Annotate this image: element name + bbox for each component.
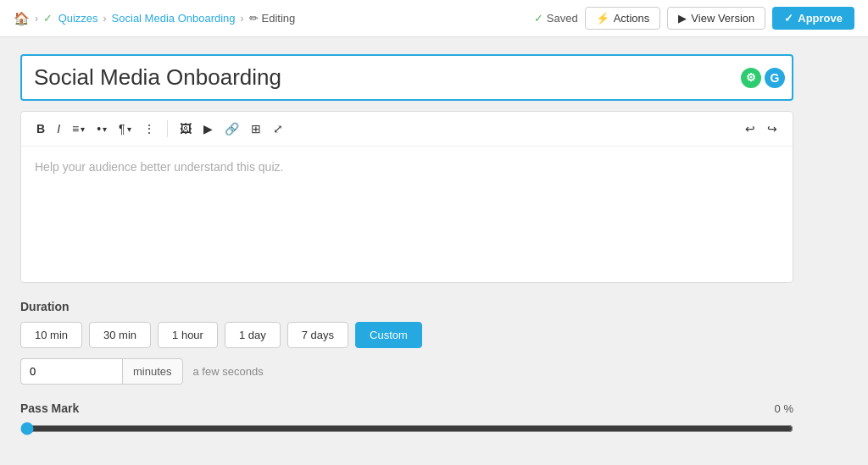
duration-hint: a few seconds <box>193 365 264 378</box>
link-button[interactable]: 🔗 <box>220 119 244 139</box>
breadcrumb-quizzes[interactable]: ✓ Quizzes <box>43 12 98 25</box>
redo-button[interactable]: ↪ <box>762 119 782 139</box>
undo-button[interactable]: ↩ <box>740 119 760 139</box>
ol-chevron-icon: ▾ <box>81 125 85 134</box>
main-content: ⚙ G B I ≡ ▾ • ▾ ¶ ▾ ⋮ 🖼 <box>0 37 814 455</box>
title-icon-group: ⚙ G <box>741 68 785 88</box>
passmark-slider-wrapper <box>20 422 793 438</box>
para-chevron-icon: ▾ <box>127 125 131 134</box>
check-icon: ✓ <box>43 12 53 25</box>
settings-icon[interactable]: ⚙ <box>741 68 761 88</box>
home-icon[interactable]: 🏠 <box>14 11 30 26</box>
toolbar-separator-1 <box>167 120 168 137</box>
passmark-value: 0 % <box>775 402 793 415</box>
editor-placeholder: Help your audience better understand thi… <box>35 160 283 174</box>
embed-button[interactable]: ⤢ <box>268 119 288 139</box>
pencil-icon: ✏ <box>249 12 259 25</box>
breadcrumb-quiz-name[interactable]: Social Media Onboarding <box>112 12 236 25</box>
ordered-list-button[interactable]: ≡ ▾ <box>67 119 90 139</box>
editor-body[interactable]: Help your audience better understand thi… <box>21 147 793 282</box>
passmark-label: Pass Mark <box>20 401 775 415</box>
passmark-row: Pass Mark 0 % <box>20 401 793 415</box>
italic-button[interactable]: I <box>52 119 65 139</box>
duration-number-input[interactable] <box>20 358 122 385</box>
duration-custom[interactable]: Custom <box>355 322 422 348</box>
arrow-right-icon: ▶ <box>678 12 687 25</box>
editor-wrapper: B I ≡ ▾ • ▾ ¶ ▾ ⋮ 🖼 ▶ 🔗 ⊞ ⤢ ↩ ↪ <box>20 111 793 283</box>
passmark-section: Pass Mark 0 % <box>20 401 793 438</box>
quiz-title-input[interactable] <box>29 56 741 99</box>
approve-check-icon: ✓ <box>784 12 793 25</box>
breadcrumb-editing: ✏ Editing <box>249 12 296 25</box>
bold-button[interactable]: B <box>31 119 50 139</box>
paragraph-button[interactable]: ¶ ▾ <box>114 119 136 139</box>
duration-unit: minutes <box>122 358 183 385</box>
table-button[interactable]: ⊞ <box>246 119 266 139</box>
duration-input-row: minutes a few seconds <box>20 358 793 385</box>
view-version-button[interactable]: ▶ View Version <box>667 7 765 30</box>
duration-buttons: 10 min 30 min 1 hour 1 day 7 days Custom <box>20 322 793 348</box>
approve-button[interactable]: ✓ Approve <box>772 7 854 30</box>
duration-1day[interactable]: 1 day <box>225 322 281 348</box>
breadcrumb: 🏠 › ✓ Quizzes › Social Media Onboarding … <box>14 11 295 26</box>
passmark-slider[interactable] <box>20 422 793 435</box>
video-button[interactable]: ▶ <box>198 119 218 139</box>
breadcrumb-sep-1: › <box>35 13 38 25</box>
image-button[interactable]: 🖼 <box>175 119 197 139</box>
duration-section: Duration 10 min 30 min 1 hour 1 day 7 da… <box>20 300 793 385</box>
breadcrumb-sep-2: › <box>103 13 107 25</box>
breadcrumb-sep-3: › <box>241 13 244 25</box>
ul-chevron-icon: ▾ <box>103 125 107 134</box>
nav-actions: ✓ Saved ⚡ Actions ▶ View Version ✓ Appro… <box>534 7 854 30</box>
duration-10min[interactable]: 10 min <box>20 322 82 348</box>
editor-toolbar: B I ≡ ▾ • ▾ ¶ ▾ ⋮ 🖼 ▶ 🔗 ⊞ ⤢ ↩ ↪ <box>21 112 793 147</box>
duration-1hour[interactable]: 1 hour <box>158 322 218 348</box>
duration-30min[interactable]: 30 min <box>89 322 151 348</box>
flash-icon: ⚡ <box>596 12 609 25</box>
title-input-wrapper: ⚙ G <box>20 54 793 101</box>
unordered-list-button[interactable]: • ▾ <box>92 119 112 139</box>
duration-label: Duration <box>20 300 793 313</box>
saved-check-icon: ✓ <box>534 12 543 25</box>
duration-7days[interactable]: 7 days <box>287 322 348 348</box>
more-options-button[interactable]: ⋮ <box>138 119 160 139</box>
actions-button[interactable]: ⚡ Actions <box>585 7 661 30</box>
top-nav: 🏠 › ✓ Quizzes › Social Media Onboarding … <box>0 0 868 37</box>
saved-status: ✓ Saved <box>534 12 578 25</box>
grammarly-icon[interactable]: G <box>765 68 785 88</box>
